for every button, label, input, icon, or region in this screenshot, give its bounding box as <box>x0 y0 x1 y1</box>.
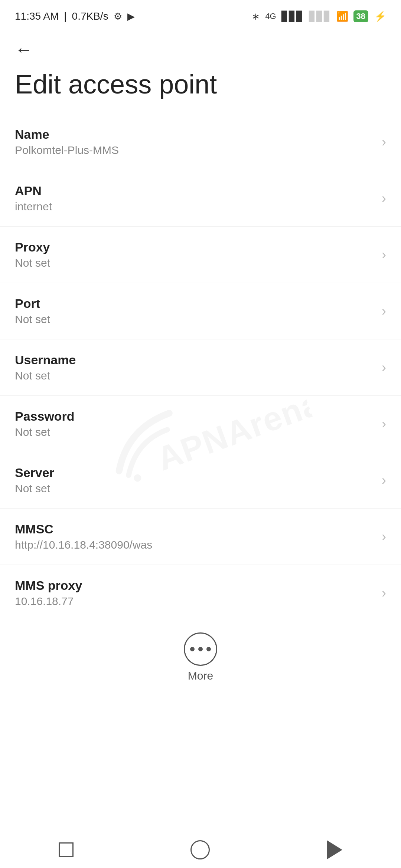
chevron-right-icon: › <box>382 529 386 545</box>
chevron-right-icon: › <box>382 191 386 206</box>
nav-back-button[interactable] <box>327 840 342 859</box>
more-dots-icon <box>190 647 211 651</box>
nav-home-button[interactable] <box>190 840 210 859</box>
settings-item-mms-proxy[interactable]: MMS proxy 10.16.18.77 › <box>0 565 401 621</box>
item-value: Not set <box>15 369 374 382</box>
item-value: http://10.16.18.4:38090/was <box>15 539 374 551</box>
item-label: MMS proxy <box>15 578 374 593</box>
settings-item-password[interactable]: Password Not set › <box>0 396 401 452</box>
item-value: Not set <box>15 257 374 269</box>
item-value: 10.16.18.77 <box>15 595 374 608</box>
back-row: ← <box>0 30 401 62</box>
settings-item-username[interactable]: Username Not set › <box>0 339 401 396</box>
item-label: Server <box>15 466 374 480</box>
item-text: MMSC http://10.16.18.4:38090/was <box>15 522 374 551</box>
item-text: MMS proxy 10.16.18.77 <box>15 578 374 608</box>
item-label: Port <box>15 296 374 311</box>
item-label: Password <box>15 409 374 424</box>
item-text: Password Not set <box>15 409 374 438</box>
navigation-bar <box>0 831 401 868</box>
chevron-right-icon: › <box>382 360 386 375</box>
settings-item-proxy[interactable]: Proxy Not set › <box>0 227 401 283</box>
chevron-right-icon: › <box>382 416 386 432</box>
more-button[interactable] <box>184 632 217 666</box>
item-value: Not set <box>15 482 374 495</box>
chevron-right-icon: › <box>382 247 386 263</box>
more-area: More <box>0 621 401 690</box>
nav-recents-button[interactable] <box>59 842 74 857</box>
item-text: Server Not set <box>15 466 374 495</box>
settings-item-apn[interactable]: APN internet › <box>0 170 401 227</box>
chevron-right-icon: › <box>382 473 386 488</box>
chevron-right-icon: › <box>382 585 386 601</box>
item-label: Username <box>15 353 374 367</box>
settings-item-name[interactable]: Name Polkomtel-Plus-MMS › <box>0 114 401 170</box>
time-display: 11:35 AM <box>15 10 59 22</box>
item-text: Username Not set <box>15 353 374 382</box>
back-button[interactable]: ← <box>15 41 33 59</box>
item-text: APN internet <box>15 184 374 213</box>
item-value: Polkomtel-Plus-MMS <box>15 144 374 157</box>
home-icon <box>190 840 210 859</box>
network-speed: 0.7KB/s <box>72 10 108 22</box>
item-value: Not set <box>15 313 374 326</box>
speed-display: | <box>64 10 66 22</box>
item-value: internet <box>15 200 374 213</box>
chevron-right-icon: › <box>382 303 386 319</box>
item-value: Not set <box>15 426 374 438</box>
battery-indicator: 38 <box>353 10 368 22</box>
chevron-right-icon: › <box>382 134 386 150</box>
settings-item-server[interactable]: Server Not set › <box>0 452 401 509</box>
bluetooth-icon: ∗ <box>252 11 260 22</box>
more-label: More <box>188 670 213 682</box>
signal-bars2-icon: ▊▊▊ <box>309 11 331 22</box>
video-icon: ▶ <box>127 11 135 22</box>
signal-4g-icon: 4G <box>265 11 276 21</box>
settings-item-port[interactable]: Port Not set › <box>0 283 401 339</box>
item-text: Name Polkomtel-Plus-MMS <box>15 127 374 157</box>
signal-bars-icon: ▊▊▊ <box>281 11 304 22</box>
status-right: ∗ 4G ▊▊▊ ▊▊▊ 📶 38 ⚡ <box>252 10 386 22</box>
back-icon <box>327 840 342 859</box>
item-label: MMSC <box>15 522 374 536</box>
settings-item-mmsc[interactable]: MMSC http://10.16.18.4:38090/was › <box>0 509 401 565</box>
recents-icon <box>59 842 74 857</box>
status-bar: 11:35 AM | 0.7KB/s ⚙ ▶ ∗ 4G ▊▊▊ ▊▊▊ 📶 38… <box>0 0 401 30</box>
page-title: Edit access point <box>0 62 401 114</box>
item-label: Name <box>15 127 374 142</box>
item-label: Proxy <box>15 240 374 254</box>
settings-icon: ⚙ <box>114 11 122 22</box>
status-left: 11:35 AM | 0.7KB/s ⚙ ▶ <box>15 10 135 22</box>
item-text: Port Not set <box>15 296 374 326</box>
item-text: Proxy Not set <box>15 240 374 269</box>
wifi-icon: 📶 <box>336 11 348 22</box>
item-label: APN <box>15 184 374 198</box>
charging-icon: ⚡ <box>374 11 386 22</box>
settings-list: Name Polkomtel-Plus-MMS › APN internet ›… <box>0 114 401 621</box>
